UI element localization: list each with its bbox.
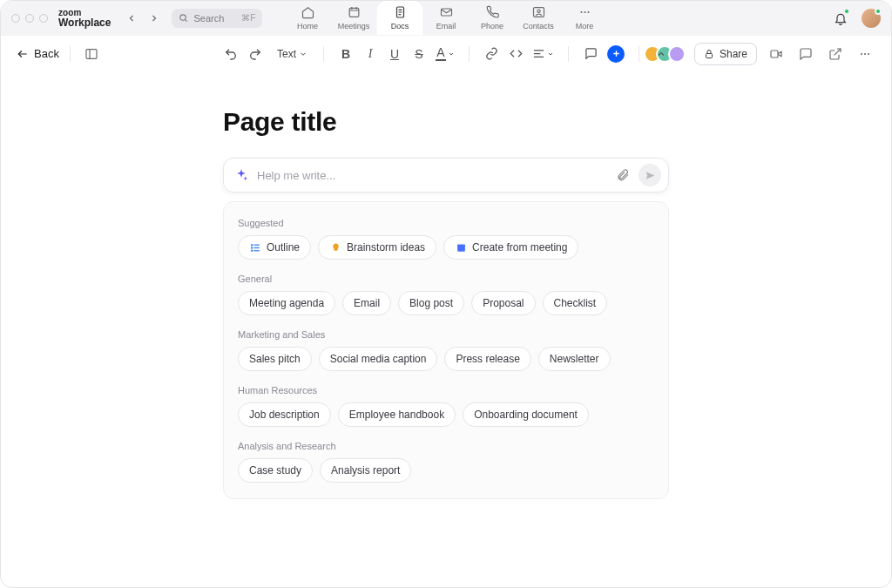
more-options-button[interactable] <box>855 44 875 64</box>
tab-email[interactable]: Email <box>423 1 470 35</box>
chip-label: Brainstorm ideas <box>347 241 425 253</box>
svg-line-1 <box>186 20 187 22</box>
separator <box>70 46 71 62</box>
external-icon <box>828 47 842 61</box>
svg-point-0 <box>180 15 186 20</box>
category-label-hr: Human Resources <box>238 385 654 395</box>
svg-rect-17 <box>86 49 97 58</box>
attach-button[interactable] <box>616 168 630 182</box>
bold-button[interactable]: B <box>334 43 357 65</box>
toggle-sidebar-button[interactable] <box>81 44 102 64</box>
chip-employee-handbook[interactable]: Employee handbook <box>338 402 456 427</box>
svg-point-28 <box>861 52 862 54</box>
send-icon <box>645 170 656 181</box>
chip-onboarding-doc[interactable]: Onboarding document <box>463 402 589 427</box>
category-label-analysis: Analysis and Research <box>238 441 654 451</box>
chip-email[interactable]: Email <box>342 291 391 315</box>
window-traffic-lights[interactable] <box>11 14 48 23</box>
brand-bottom: Workplace <box>58 17 111 28</box>
chip-sales-pitch[interactable]: Sales pitch <box>238 347 312 371</box>
svg-point-15 <box>587 11 589 13</box>
redo-button[interactable] <box>244 43 267 65</box>
chevron-down-icon <box>299 50 307 58</box>
category-label-suggested: Suggested <box>238 218 654 228</box>
insert-button[interactable] <box>604 43 628 65</box>
code-button[interactable] <box>504 43 527 65</box>
chevron-down-icon <box>448 51 455 57</box>
chevron-up-icon <box>656 49 666 59</box>
chip-proposal[interactable]: Proposal <box>471 291 535 315</box>
doc-back-label: Back <box>34 47 59 60</box>
chip-press-release[interactable]: Press release <box>444 347 530 371</box>
text-style-dropdown[interactable]: Text <box>272 43 313 65</box>
chip-newsletter[interactable]: Newsletter <box>538 347 611 371</box>
app-brand: zoom Workplace <box>58 9 111 28</box>
link-button[interactable] <box>480 43 503 65</box>
undo-button[interactable] <box>220 43 242 65</box>
chip-social-caption[interactable]: Social media caption <box>319 347 438 371</box>
panel-icon <box>84 47 98 61</box>
comment-button[interactable] <box>579 43 602 65</box>
suggestion-panel: Suggested Outline Brainstorm ideas <box>223 201 669 499</box>
chip-meeting-agenda[interactable]: Meeting agenda <box>238 291 335 315</box>
text-color-button[interactable]: A <box>432 43 458 65</box>
tab-email-label: Email <box>436 22 456 30</box>
chip-label: Checklist <box>554 297 597 309</box>
ai-compose-field[interactable] <box>257 169 607 182</box>
collapse-toolbar-button[interactable] <box>650 43 672 65</box>
svg-point-29 <box>864 52 866 54</box>
italic-button[interactable]: I <box>359 43 382 65</box>
chip-label: Analysis report <box>331 464 400 476</box>
chip-checklist[interactable]: Checklist <box>543 291 608 315</box>
text-style-label: Text <box>277 48 296 60</box>
chip-blog-post[interactable]: Blog post <box>398 291 464 315</box>
chip-from-meeting[interactable]: Create from meeting <box>443 235 578 260</box>
share-button[interactable]: Share <box>694 43 757 65</box>
underline-button[interactable]: U <box>383 43 406 65</box>
notifications-button[interactable] <box>830 8 851 29</box>
tab-docs[interactable]: Docs <box>377 1 423 35</box>
svg-rect-24 <box>706 53 712 57</box>
video-icon <box>769 47 783 61</box>
tab-meetings[interactable]: Meetings <box>331 1 377 35</box>
doc-back-button[interactable]: Back <box>17 47 59 60</box>
nav-back-button[interactable] <box>121 8 142 29</box>
tab-phone[interactable]: Phone <box>470 1 516 35</box>
open-external-button[interactable] <box>825 44 846 64</box>
video-button[interactable] <box>766 44 787 64</box>
chip-label: Proposal <box>483 297 524 309</box>
code-icon <box>510 47 523 60</box>
chip-job-description[interactable]: Job description <box>238 402 331 427</box>
user-avatar[interactable] <box>862 9 881 28</box>
svg-rect-2 <box>349 8 359 17</box>
chip-case-study[interactable]: Case study <box>238 458 313 483</box>
tab-more-label: More <box>576 22 594 30</box>
tab-home[interactable]: Home <box>285 1 331 35</box>
chip-analysis-report[interactable]: Analysis report <box>320 458 411 483</box>
tab-more[interactable]: More <box>562 1 608 35</box>
strikethrough-button[interactable]: S <box>408 43 430 65</box>
chat-button[interactable] <box>795 44 816 64</box>
category-label-general: General <box>238 274 654 284</box>
tab-home-label: Home <box>297 22 318 30</box>
chip-outline[interactable]: Outline <box>238 235 311 260</box>
plus-circle-icon <box>607 45 625 63</box>
search-shortcut: ⌘F <box>241 13 255 23</box>
separator <box>639 46 639 62</box>
global-search[interactable]: Search ⌘F <box>172 9 262 28</box>
svg-point-30 <box>868 52 869 54</box>
tab-contacts[interactable]: Contacts <box>516 1 562 35</box>
calendar-icon <box>455 241 467 253</box>
send-button[interactable] <box>639 164 661 186</box>
sparkle-icon <box>234 168 248 182</box>
align-button[interactable] <box>529 43 558 65</box>
chip-brainstorm[interactable]: Brainstorm ideas <box>318 235 436 260</box>
page-title[interactable]: Page title <box>223 107 669 137</box>
ai-compose-input[interactable] <box>223 158 669 193</box>
search-icon <box>179 13 188 23</box>
svg-rect-25 <box>771 51 778 57</box>
paperclip-icon <box>616 168 630 182</box>
lightbulb-icon <box>329 241 341 253</box>
nav-forward-button[interactable] <box>144 8 165 29</box>
chip-label: Meeting agenda <box>249 297 324 309</box>
